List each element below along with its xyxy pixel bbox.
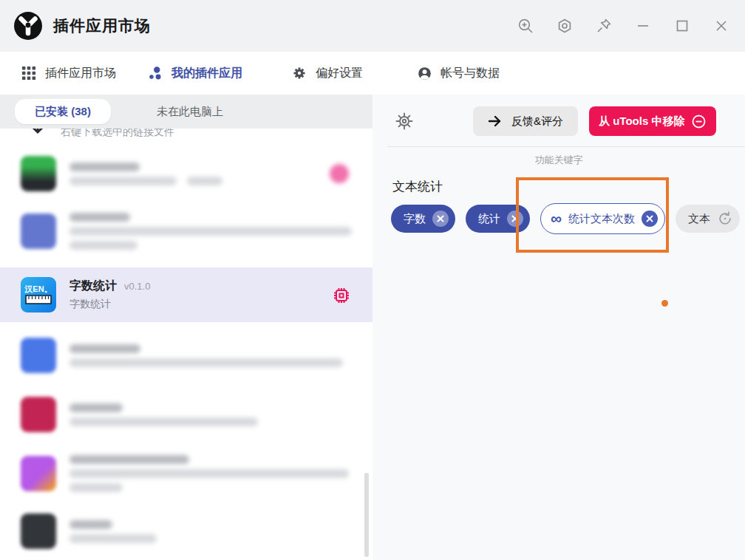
maximize-icon[interactable] <box>672 16 693 36</box>
restore-history-icon[interactable] <box>717 211 733 227</box>
plugin-detail-panel: 反馈&评分 从 uTools 中移除 功能关键字 文本统计 字数 统计 ∞ 统计… <box>372 95 745 560</box>
tab-label: 插件应用市场 <box>45 66 116 81</box>
theme-settings-icon[interactable] <box>554 16 575 36</box>
grid-icon <box>21 65 37 81</box>
plugin-description: 右键下载选中的链接文件 <box>61 129 174 139</box>
subtab-bar: 已安装 (38) 未在此电脑上 <box>0 95 372 129</box>
window-title: 插件应用市场 <box>53 16 151 36</box>
download-icon <box>25 129 50 145</box>
plugin-settings-gear-icon[interactable] <box>395 112 414 131</box>
feedback-button-label: 反馈&评分 <box>511 115 563 129</box>
scrollbar-thumb[interactable] <box>364 473 369 557</box>
plugin-icon <box>21 456 56 491</box>
keyword-label: 文本 <box>688 212 710 226</box>
nav-tabbar: 插件应用市场 我的插件应用 偏好设置 <box>0 52 745 95</box>
tab-plugin-market[interactable]: 插件应用市场 <box>21 65 116 81</box>
plugin-name: 字数统计 <box>69 279 117 294</box>
feedback-rating-button[interactable]: 反馈&评分 <box>473 106 578 136</box>
plugin-icon <box>21 214 56 249</box>
ruler-icon <box>25 295 52 304</box>
plugin-list-item[interactable] <box>0 504 372 559</box>
subtab-not-on-this-pc[interactable]: 未在此电脑上 <box>157 105 223 119</box>
arrow-right-icon <box>488 114 503 129</box>
user-icon <box>416 65 432 81</box>
plugin-icon <box>21 397 56 432</box>
keyword-chip[interactable]: 字数 <box>391 205 455 233</box>
remove-from-utools-button[interactable]: 从 uTools 中移除 <box>589 106 716 136</box>
gear-icon <box>291 65 307 81</box>
close-icon[interactable] <box>711 16 732 36</box>
plugin-list-item[interactable] <box>0 328 372 383</box>
plugin-icon <box>21 513 56 549</box>
plugin-list-item[interactable] <box>0 146 372 201</box>
tab-account-data[interactable]: 帐号与数据 <box>416 65 500 81</box>
plugin-version: v0.1.0 <box>124 281 150 292</box>
tab-label: 偏好设置 <box>316 66 363 81</box>
subtab-installed[interactable]: 已安装 (38) <box>15 99 111 124</box>
wordcount-plugin-icon: 汉EN。 <box>21 277 56 313</box>
titlebar: 插件应用市场 <box>0 0 745 52</box>
plugin-description: 字数统计 <box>69 298 355 311</box>
plugin-list-item-selected[interactable]: 汉EN。 字数统计 v0.1.0 字数统计 <box>0 267 372 322</box>
plugin-icon-text: 汉EN。 <box>24 285 52 293</box>
plugin-icon <box>21 156 56 191</box>
dots-cluster-icon <box>147 65 163 81</box>
developer-chip-icon[interactable] <box>333 287 350 304</box>
tab-preferences[interactable]: 偏好设置 <box>291 65 363 81</box>
tab-label: 帐号与数据 <box>440 66 500 81</box>
keyword-label: 统计 <box>478 212 500 226</box>
pin-icon[interactable] <box>593 16 614 36</box>
divider <box>387 146 745 147</box>
keyword-chip-disabled[interactable]: 文本 <box>676 205 740 233</box>
tab-label: 我的插件应用 <box>171 66 242 81</box>
remove-keyword-icon[interactable] <box>432 211 449 227</box>
installed-plugins-panel: 已安装 (38) 未在此电脑上 右键下载选中的链接文件 <box>0 95 372 560</box>
plugin-list-item[interactable] <box>0 387 372 442</box>
plugin-icon <box>21 338 56 373</box>
annotation-dot <box>661 300 668 307</box>
plugin-list-item-clipped[interactable]: 右键下载选中的链接文件 <box>0 129 372 146</box>
utools-logo-icon <box>13 11 43 41</box>
annotation-rectangle <box>516 177 669 253</box>
zoom-in-icon[interactable] <box>515 16 536 36</box>
notification-badge <box>330 164 349 183</box>
plugin-list-item[interactable] <box>0 446 372 501</box>
remove-button-label: 从 uTools 中移除 <box>599 115 684 129</box>
keywords-section-header: 功能关键字 <box>372 154 745 167</box>
tab-my-plugins[interactable]: 我的插件应用 <box>147 65 242 81</box>
minus-circle-icon <box>691 114 707 129</box>
minimize-icon[interactable] <box>633 16 653 36</box>
plugin-list-item[interactable] <box>0 201 372 262</box>
keyword-label: 字数 <box>404 212 426 226</box>
